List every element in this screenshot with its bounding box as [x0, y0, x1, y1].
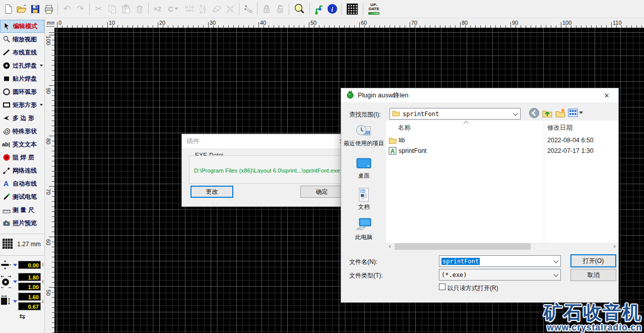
documents-icon[interactable]: [355, 187, 372, 203]
toolbar-separator: [148, 3, 149, 15]
center-button[interactable]: [223, 2, 237, 16]
pad-outer-field[interactable]: [18, 273, 41, 281]
smd-width-field[interactable]: [18, 293, 41, 301]
sidebar-item-smd-pad[interactable]: 贴片焊盘: [0, 72, 44, 85]
back-button[interactable]: [529, 107, 540, 120]
cancel-button[interactable]: 取消: [570, 269, 616, 281]
scroll-right-icon[interactable]: ›: [611, 243, 618, 250]
save-button[interactable]: [28, 2, 42, 16]
chevron-down-icon[interactable]: [13, 281, 17, 283]
desktop-icon[interactable]: [355, 156, 372, 172]
recent-items-icon[interactable]: [355, 124, 372, 140]
look-in-combobox[interactable]: sprintFont: [390, 108, 521, 120]
sidebar-item-circle-arc[interactable]: 圆环弧形: [0, 85, 44, 98]
grid-value: 1.27 mm: [17, 241, 41, 248]
polygon-icon: [2, 114, 11, 122]
pad-inner-field[interactable]: [18, 283, 41, 291]
new-file-button[interactable]: [1, 2, 15, 16]
sidebar-item-net-connection[interactable]: 网络连线: [0, 164, 44, 177]
unlock-icon: [275, 4, 286, 15]
open-button[interactable]: 打开(O): [570, 254, 616, 267]
file-row-sprintfont[interactable]: A sprintFont 2022-07-17 1:30: [386, 145, 618, 156]
update-button[interactable]: UP- DATE: [365, 2, 382, 16]
close-icon[interactable]: ✕: [600, 92, 614, 99]
svg-text:i: i: [331, 6, 333, 13]
toolbar-separator: [341, 3, 342, 15]
file-dialog-titlebar[interactable]: Plugin ausw鋒len ✕: [341, 88, 618, 103]
new-folder-button[interactable]: [555, 107, 566, 120]
swap-values-icon[interactable]: ⇆: [19, 312, 25, 320]
mirror-horizontal-button[interactable]: [182, 2, 196, 16]
unlock-button[interactable]: [273, 2, 287, 16]
file-name-label: 文件名(N):: [349, 258, 377, 266]
sidebar-item-zoom-view[interactable]: 缩放视图: [0, 33, 44, 46]
watermark: 矿石收音机 www.crystalradio.cn: [544, 303, 642, 332]
paste-button[interactable]: [119, 2, 133, 16]
change-button[interactable]: 更改: [190, 186, 233, 198]
field-grip-icon[interactable]: ‖: [42, 262, 43, 267]
delete-button[interactable]: [133, 2, 146, 16]
scrollbar-thumb[interactable]: [395, 243, 531, 250]
chevron-down-icon[interactable]: [13, 300, 17, 303]
readonly-checkbox[interactable]: [439, 284, 445, 290]
print-button[interactable]: [42, 2, 55, 16]
place-this-pc[interactable]: 此电脑: [342, 234, 385, 241]
chevron-down-icon[interactable]: [13, 264, 17, 266]
chevron-down-icon: [513, 111, 518, 116]
copy-button[interactable]: [105, 2, 119, 16]
horizontal-scrollbar[interactable]: ‹ ›: [386, 243, 618, 250]
duplicate-button[interactable]: ×2: [151, 2, 164, 16]
rotate-button[interactable]: C: [164, 2, 182, 16]
plugin-dialog-titlebar[interactable]: 插件 ✕: [182, 134, 347, 149]
sidebar-item-text[interactable]: ab|英文文本: [0, 138, 44, 151]
smd-height-field[interactable]: [18, 302, 41, 310]
toolbar-separator: [309, 3, 310, 15]
sidebar-item-test-probe[interactable]: 测试电笔: [0, 190, 44, 203]
column-header-date[interactable]: 修改日期: [547, 124, 572, 132]
file-type-combobox[interactable]: (*.exe): [439, 269, 561, 281]
sidebar-item-polygon[interactable]: 多 边 形: [0, 112, 44, 125]
sidebar-item-autoroute[interactable]: A自动布线: [0, 177, 44, 190]
sidebar-item-edit-mode[interactable]: 编辑模式: [0, 20, 44, 33]
info-button[interactable]: i: [326, 2, 339, 16]
view-menu-button[interactable]: [568, 108, 583, 117]
field-grip-icon[interactable]: ‖: [42, 280, 43, 285]
place-desktop[interactable]: 桌面: [342, 172, 385, 180]
grid-button[interactable]: [344, 2, 361, 16]
info-icon: i: [327, 3, 338, 15]
undo-button[interactable]: ↶: [60, 2, 74, 16]
open-file-button[interactable]: [15, 2, 28, 16]
connections-button[interactable]: [241, 2, 255, 16]
file-name-combobox[interactable]: sprintFont: [439, 255, 561, 267]
sidebar-item-measure[interactable]: 测 量 尺: [0, 203, 44, 216]
column-header-name[interactable]: 名称: [398, 124, 411, 132]
track-width-row: ‖: [0, 259, 44, 271]
grid-setting-button[interactable]: 1.27 mm: [0, 237, 44, 251]
stack-button[interactable]: [210, 2, 223, 16]
magnifier-icon: [2, 35, 11, 43]
lock-button[interactable]: [260, 2, 273, 16]
place-recent[interactable]: 最近使用的项目: [342, 140, 385, 147]
text-icon: ab|: [2, 140, 11, 148]
sidebar-item-via-pad[interactable]: 过孔焊盘: [0, 59, 44, 72]
connectivity-test-button[interactable]: [312, 2, 326, 16]
redo-button[interactable]: ↷: [74, 2, 87, 16]
track-width-field[interactable]: [18, 261, 41, 269]
sidebar-item-photo-preview[interactable]: 照片预览: [0, 216, 44, 230]
field-grip-icon[interactable]: ‖: [42, 299, 43, 304]
sidebar-item-special-shape[interactable]: 特殊形状: [0, 125, 44, 138]
sidebar-item-rectangle[interactable]: 矩形方形: [0, 98, 44, 112]
this-pc-icon[interactable]: [355, 216, 372, 233]
scroll-left-icon[interactable]: ‹: [386, 243, 394, 250]
ok-button[interactable]: 确定: [300, 186, 343, 198]
sidebar-item-solder-mask[interactable]: 阻 焊 层: [0, 151, 44, 164]
mirror-vertical-button[interactable]: [196, 2, 210, 16]
sidebar-item-trace-line[interactable]: 布线直线: [0, 46, 44, 59]
zoom-button[interactable]: [291, 2, 307, 16]
file-row-lib[interactable]: lib 2022-08-04 6:50: [386, 135, 618, 145]
svg-text:A: A: [391, 147, 395, 154]
cut-button[interactable]: ✂: [92, 2, 105, 16]
file-name-value: sprintFont: [441, 258, 480, 265]
place-documents[interactable]: 文档: [342, 203, 385, 211]
up-folder-button[interactable]: [542, 107, 553, 120]
